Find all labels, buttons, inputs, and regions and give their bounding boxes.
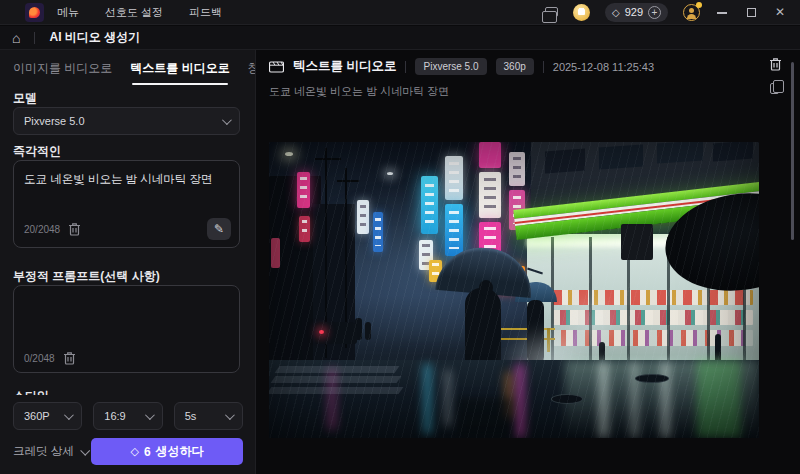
maximize-icon bbox=[747, 8, 756, 17]
close-button[interactable]: ✕ bbox=[773, 5, 787, 19]
settings-panel: 이미지를 비디오로 텍스트를 비디오로 창의적인 효과 모델 Pixverse … bbox=[0, 50, 256, 474]
menu-item-menu[interactable]: 메뉴 bbox=[57, 5, 79, 20]
clear-prompt-icon[interactable] bbox=[68, 222, 81, 236]
home-icon[interactable]: ⌂ bbox=[12, 31, 20, 45]
vip-gift-icon[interactable] bbox=[573, 4, 590, 21]
generate-cost: 6 bbox=[144, 445, 151, 459]
chevron-down-icon bbox=[145, 410, 155, 420]
credits-count: 929 bbox=[625, 6, 643, 18]
vignette bbox=[269, 142, 759, 438]
resolution-badge: 360p bbox=[496, 58, 534, 75]
menu-item-feedback[interactable]: 피드백 bbox=[189, 5, 222, 20]
duration-value: 5s bbox=[185, 410, 197, 422]
app-window: 메뉴 선호도 설정 피드백 ◇ 929 + ✕ ⌂ AI 비디오 생성기 이미 bbox=[0, 0, 800, 474]
add-credits-icon[interactable]: + bbox=[648, 6, 661, 19]
aspect-ratio-value: 16:9 bbox=[104, 410, 125, 422]
negative-counter: 0/2048 bbox=[24, 353, 55, 364]
aspect-ratio-select[interactable]: 16:9 bbox=[93, 402, 162, 430]
minimize-button[interactable] bbox=[715, 5, 729, 19]
video-clapper-icon bbox=[269, 61, 284, 73]
copy-prompt-icon[interactable] bbox=[770, 83, 779, 94]
timestamp: 2025-12-08 11:25:43 bbox=[553, 61, 654, 73]
navbar: ⌂ AI 비디오 생성기 bbox=[0, 26, 800, 50]
account-icon[interactable] bbox=[683, 4, 700, 21]
ai-rewrite-button[interactable]: ✎ bbox=[207, 218, 231, 240]
tab-creative-effects[interactable]: 창의적인 효과 bbox=[248, 60, 256, 85]
resolution-value: 360P bbox=[24, 410, 50, 422]
prompt-textarea[interactable]: 도쿄 네온빛 비오는 밤 시네마틱 장면 20/2048 ✎ bbox=[13, 160, 240, 248]
duration-select[interactable]: 5s bbox=[174, 402, 243, 430]
diamond-icon: ◇ bbox=[130, 445, 138, 458]
delete-result-icon[interactable] bbox=[769, 57, 782, 71]
negative-prompt-textarea[interactable]: 0/2048 bbox=[13, 285, 240, 373]
model-select[interactable]: Pixverse 5.0 bbox=[13, 107, 240, 135]
page-title: AI 비디오 생성기 bbox=[49, 29, 140, 46]
generation-options: 360P 16:9 5s bbox=[13, 402, 243, 430]
style-label-clipped: 스타일 bbox=[13, 386, 49, 395]
maximize-button[interactable] bbox=[744, 5, 758, 19]
model-label: 모델 bbox=[13, 90, 37, 107]
divider bbox=[34, 32, 35, 44]
chevron-down-icon bbox=[222, 115, 232, 125]
divider bbox=[405, 61, 406, 73]
notification-dot bbox=[696, 2, 702, 8]
prompt-counter: 20/2048 bbox=[24, 224, 60, 235]
credits-detail-label: 크레딧 상세 bbox=[13, 444, 74, 459]
result-title: 텍스트를 비디오로 bbox=[293, 58, 396, 75]
titlebar: 메뉴 선호도 설정 피드백 ◇ 929 + ✕ bbox=[0, 0, 800, 25]
model-value: Pixverse 5.0 bbox=[24, 115, 85, 127]
tab-text-to-video[interactable]: 텍스트를 비디오로 bbox=[130, 60, 229, 85]
diamond-icon: ◇ bbox=[612, 7, 620, 18]
tab-image-to-video[interactable]: 이미지를 비디오로 bbox=[13, 60, 112, 85]
chevron-down-icon bbox=[225, 410, 235, 420]
logo-glyph bbox=[29, 7, 40, 18]
chevron-down-icon bbox=[64, 410, 74, 420]
app-logo-icon bbox=[25, 3, 44, 22]
prompt-text: 도쿄 네온빛 비오는 밤 시네마틱 장면 bbox=[24, 171, 229, 187]
menu-item-preferences[interactable]: 선호도 설정 bbox=[105, 5, 163, 20]
generate-label: 생성하다 bbox=[156, 443, 204, 460]
credits-pill[interactable]: ◇ 929 + bbox=[605, 3, 668, 22]
resolution-select[interactable]: 360P bbox=[13, 402, 82, 430]
result-prompt-line: 도쿄 네온빛 비오는 밤 시네마틱 장면 bbox=[269, 84, 770, 99]
minimize-icon bbox=[717, 12, 727, 14]
divider bbox=[543, 61, 544, 73]
result-panel: 텍스트를 비디오로 Pixverse 5.0 360p 2025-12-08 1… bbox=[257, 50, 800, 474]
model-badge: Pixverse 5.0 bbox=[415, 58, 486, 75]
clear-negative-icon[interactable] bbox=[63, 351, 76, 365]
generate-button[interactable]: ◇ 6 생성하다 bbox=[91, 438, 243, 465]
prompt-label: 즉각적인 bbox=[13, 143, 61, 160]
menu-bar: 메뉴 선호도 설정 피드백 bbox=[57, 5, 222, 20]
result-header: 텍스트를 비디오로 Pixverse 5.0 360p 2025-12-08 1… bbox=[269, 58, 788, 75]
chevron-down-icon bbox=[80, 446, 90, 456]
credits-detail-toggle[interactable]: 크레딧 상세 bbox=[13, 444, 88, 459]
generate-row: 크레딧 상세 ◇ 6 생성하다 bbox=[13, 438, 243, 465]
mini-window-icon[interactable] bbox=[545, 7, 558, 17]
scrollbar-thumb[interactable] bbox=[791, 62, 794, 240]
negative-prompt-label: 부정적 프롬프트(선택 사항) bbox=[13, 268, 160, 285]
mode-tabs: 이미지를 비디오로 텍스트를 비디오로 창의적인 효과 bbox=[13, 60, 256, 85]
video-preview[interactable] bbox=[269, 142, 759, 438]
